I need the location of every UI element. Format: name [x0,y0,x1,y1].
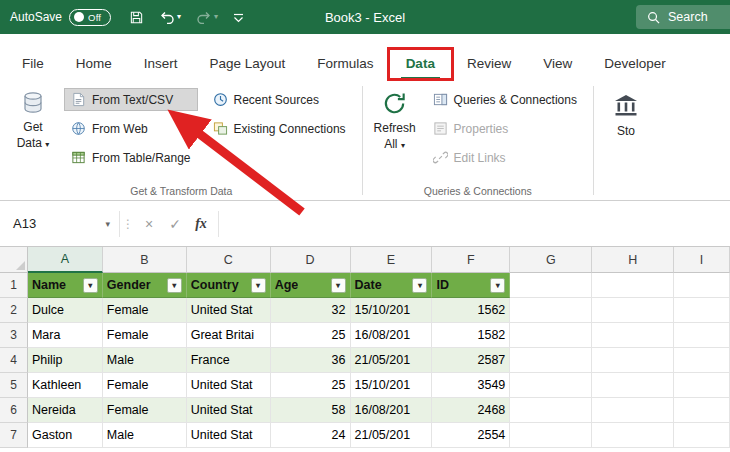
existing-connections-button[interactable]: Existing Connections [206,117,353,140]
cell-B3[interactable]: Female [103,323,187,348]
cell-G2[interactable] [510,298,592,323]
row-header-3[interactable]: 3 [0,323,28,348]
column-header-H[interactable]: H [592,247,674,273]
refresh-all-button[interactable]: Refresh All ▾ [368,85,422,157]
tab-home[interactable]: Home [60,47,128,80]
tab-review[interactable]: Review [451,47,527,80]
autosave-control[interactable]: AutoSave Off [10,9,111,26]
formula-input[interactable] [218,211,730,237]
autosave-toggle[interactable]: Off [69,9,111,26]
cell-F6[interactable]: 2468 [432,398,510,423]
tab-data[interactable]: Data [390,47,451,80]
cell-D4[interactable]: 36 [271,348,351,373]
name-box-chevron[interactable]: ▾ [105,219,110,229]
cell-B7[interactable]: Male [103,423,187,448]
cell-H7[interactable] [592,423,674,448]
column-header-B[interactable]: B [103,247,187,273]
undo-dropdown-chevron[interactable]: ▾ [177,13,181,21]
cell-C7[interactable]: United Stat [187,423,271,448]
cell-G3[interactable] [510,323,592,348]
insert-function-button[interactable]: fx [188,211,214,237]
cell-E2[interactable]: 15/10/201 [351,298,433,323]
tab-view[interactable]: View [527,47,588,80]
cell-A7[interactable]: Gaston [28,423,103,448]
tab-insert[interactable]: Insert [128,47,194,80]
search-box[interactable]: Search [636,5,730,29]
cell-C1[interactable]: Country▾ [187,273,271,298]
cancel-button[interactable]: × [136,211,162,237]
cell-B6[interactable]: Female [103,398,187,423]
cell-E6[interactable]: 16/08/201 [351,398,433,423]
cell-D5[interactable]: 25 [271,373,351,398]
cell-G7[interactable] [510,423,592,448]
tab-file[interactable]: File [6,47,60,80]
cell-D7[interactable]: 24 [271,423,351,448]
column-header-F[interactable]: F [432,247,510,273]
cell-I4[interactable] [674,348,730,373]
redo-button[interactable]: ▾ [196,11,218,24]
row-header-5[interactable]: 5 [0,373,28,398]
filter-button-age[interactable]: ▾ [331,278,346,293]
cell-E1[interactable]: Date▾ [351,273,433,298]
undo-button[interactable]: ▾ [159,11,181,24]
cell-C4[interactable]: France [187,348,271,373]
cell-C5[interactable]: United Stat [187,373,271,398]
filter-button-id[interactable]: ▾ [490,278,505,293]
cell-A1[interactable]: Name▾ [28,273,103,298]
cell-F3[interactable]: 1582 [432,323,510,348]
cell-I6[interactable] [674,398,730,423]
column-header-I[interactable]: I [674,247,730,273]
cell-E5[interactable]: 15/10/201 [351,373,433,398]
cell-D2[interactable]: 32 [271,298,351,323]
cell-I1[interactable] [674,273,730,298]
row-header-1[interactable]: 1 [0,273,28,298]
cell-C3[interactable]: Great Britai [187,323,271,348]
enter-button[interactable]: ✓ [162,211,188,237]
name-box[interactable]: A13 ▾ [0,211,120,237]
cell-F7[interactable]: 2554 [432,423,510,448]
column-header-E[interactable]: E [351,247,433,273]
cell-C2[interactable]: United Stat [187,298,271,323]
cell-E4[interactable]: 21/05/201 [351,348,433,373]
cell-B1[interactable]: Gender▾ [103,273,187,298]
filter-button-country[interactable]: ▾ [251,278,266,293]
filter-button-date[interactable]: ▾ [412,278,427,293]
filter-button-name[interactable]: ▾ [83,278,98,293]
from-table-range-button[interactable]: From Table/Range [64,146,198,169]
cell-G4[interactable] [510,348,592,373]
cell-D3[interactable]: 25 [271,323,351,348]
get-data-button[interactable]: Get Data ▾ [6,85,60,156]
column-header-G[interactable]: G [510,247,592,273]
cell-I2[interactable] [674,298,730,323]
cell-H4[interactable] [592,348,674,373]
cell-G5[interactable] [510,373,592,398]
stocks-button[interactable]: Sto [599,85,653,145]
cell-H5[interactable] [592,373,674,398]
column-header-D[interactable]: D [271,247,351,273]
row-header-2[interactable]: 2 [0,298,28,323]
save-button[interactable] [129,10,144,25]
cell-G6[interactable] [510,398,592,423]
cell-B5[interactable]: Female [103,373,187,398]
cell-C6[interactable]: United Stat [187,398,271,423]
row-header-6[interactable]: 6 [0,398,28,423]
cell-A3[interactable]: Mara [28,323,103,348]
cell-F4[interactable]: 2587 [432,348,510,373]
cell-I5[interactable] [674,373,730,398]
cell-F2[interactable]: 1562 [432,298,510,323]
cell-H6[interactable] [592,398,674,423]
formula-bar-drag-handle[interactable]: ⋮ [120,217,136,231]
cell-H3[interactable] [592,323,674,348]
cell-H2[interactable] [592,298,674,323]
cell-A4[interactable]: Philip [28,348,103,373]
cell-F1[interactable]: ID▾ [432,273,510,298]
tab-page-layout[interactable]: Page Layout [194,47,302,80]
cell-B2[interactable]: Female [103,298,187,323]
tab-formulas[interactable]: Formulas [301,47,389,80]
cell-E7[interactable]: 21/05/201 [351,423,433,448]
from-text-csv-button[interactable]: From Text/CSV [64,88,198,111]
cell-G1[interactable] [510,273,592,298]
queries-connections-button[interactable]: Queries & Connections [426,88,584,111]
recent-sources-button[interactable]: Recent Sources [206,88,353,111]
cell-D1[interactable]: Age▾ [271,273,351,298]
